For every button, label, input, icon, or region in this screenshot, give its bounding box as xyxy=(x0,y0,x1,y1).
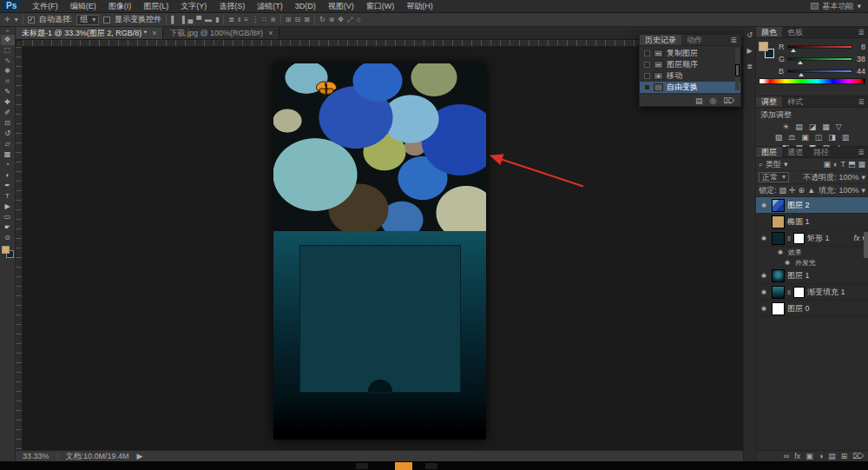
layers-scrollbar[interactable] xyxy=(864,232,868,258)
menu-window[interactable]: 窗口(W) xyxy=(360,0,401,13)
layer-style-icon[interactable]: fx xyxy=(794,452,800,460)
green-value[interactable]: 38 xyxy=(855,55,865,63)
tab-layers[interactable]: 图层 xyxy=(756,147,782,157)
menu-3d[interactable]: 3D(D) xyxy=(289,0,322,13)
mask-link-icon[interactable]: 8 xyxy=(787,235,791,242)
lock-position-icon[interactable]: ✛ xyxy=(789,186,796,195)
vibrance-icon[interactable]: ▽ xyxy=(836,122,842,132)
align-center-icon[interactable]: ▐ xyxy=(180,15,185,25)
tool-preset-caret-icon[interactable]: ▾ xyxy=(15,15,18,25)
layer-row[interactable]: ◉ 图层 0 xyxy=(756,301,868,317)
history-step-selected[interactable]: ⬚ 自由变换 xyxy=(640,82,740,93)
layer-name[interactable]: 图层 2 xyxy=(787,200,810,211)
layer-name[interactable]: 椭圆 1 xyxy=(787,216,810,228)
taskbar-item[interactable] xyxy=(356,463,368,469)
distribute-icon[interactable]: ≡ xyxy=(244,15,248,25)
layer-name[interactable]: 图层 0 xyxy=(787,303,810,314)
delete-layer-icon[interactable]: ⌦ xyxy=(852,452,864,460)
align-right-icon[interactable]: ▄ xyxy=(188,15,194,25)
filter-type-label[interactable]: 类型 xyxy=(766,159,781,170)
auto-select-checkbox[interactable]: ✓ xyxy=(28,17,35,23)
history-step[interactable]: ▭ 复制图层 xyxy=(640,48,740,59)
layer-name[interactable]: 矩形 1 xyxy=(807,233,830,244)
filter-caret-icon[interactable]: ▾ xyxy=(784,160,788,169)
status-more-icon[interactable]: ▶ xyxy=(137,452,143,460)
tool-dodge[interactable]: ◖ xyxy=(1,170,15,181)
panel-menu-icon[interactable]: ≣ xyxy=(727,35,740,45)
panel-menu-icon[interactable]: ≣ xyxy=(854,96,868,107)
history-step[interactable]: ▭ 图层顺序 xyxy=(640,59,740,70)
auto-align-icon[interactable]: ⊠ xyxy=(304,15,310,25)
menu-select[interactable]: 选择(S) xyxy=(213,0,251,13)
visibility-eye-icon[interactable]: ◉ xyxy=(759,305,769,312)
tool-pen[interactable]: ✒ xyxy=(1,181,15,191)
align-bottom-icon[interactable]: ▮ xyxy=(215,15,219,25)
red-value[interactable]: 8 xyxy=(855,43,865,51)
visibility-eye-icon[interactable]: ◉ xyxy=(782,259,792,266)
outer-glow-row[interactable]: ◉ 外发光 xyxy=(756,257,868,268)
history-source-checkbox[interactable] xyxy=(644,73,650,79)
tool-marquee[interactable]: ⬚ xyxy=(1,45,15,56)
auto-select-dropdown[interactable]: 组 ▾ xyxy=(76,15,99,25)
levels-icon[interactable]: ▤ xyxy=(795,122,803,132)
close-icon[interactable]: × xyxy=(152,29,156,37)
tab-swatches[interactable]: 色板 xyxy=(782,27,808,37)
tool-hand[interactable]: ☛ xyxy=(1,222,15,233)
filter-adjustment-icon[interactable]: ◐ xyxy=(833,160,838,169)
tool-crop[interactable]: ⌗ xyxy=(1,76,15,87)
tab-styles[interactable]: 样式 xyxy=(782,96,808,107)
history-scrollbar[interactable] xyxy=(735,49,740,90)
tool-lasso[interactable]: ∿ xyxy=(1,56,15,66)
tool-brush[interactable]: ✐ xyxy=(1,108,15,118)
new-layer-icon[interactable]: ⊞ xyxy=(841,452,848,460)
photo-filter-icon[interactable]: ◫ xyxy=(815,132,823,142)
red-slider[interactable] xyxy=(787,45,852,49)
tool-gradient[interactable]: ▩ xyxy=(1,149,15,160)
new-group-icon[interactable]: ▤ xyxy=(828,452,836,460)
layer-thumbnail[interactable] xyxy=(772,286,785,299)
menu-filter[interactable]: 滤镜(T) xyxy=(251,0,289,13)
align-middle-icon[interactable]: ▬ xyxy=(205,15,212,25)
fill-caret-icon[interactable]: ▾ xyxy=(861,186,865,195)
distribute-icon[interactable]: ⋮ xyxy=(252,15,259,25)
blue-value[interactable]: 44 xyxy=(855,67,865,76)
layer-row[interactable]: ◉ 8 渐变填充 1 xyxy=(756,284,868,301)
slider-handle[interactable] xyxy=(791,49,796,52)
add-mask-icon[interactable]: ▣ xyxy=(806,452,813,460)
layer-row[interactable]: 椭圆 1 xyxy=(756,214,868,230)
layer-thumbnail[interactable] xyxy=(772,215,785,228)
document-tab[interactable]: 下载.jpg @ 100%(RGB/8#) × xyxy=(163,27,279,39)
filter-shape-icon[interactable]: ⬒ xyxy=(848,160,856,169)
color-lookup-icon[interactable]: ▥ xyxy=(842,132,850,142)
align-top-icon[interactable]: ▀ xyxy=(196,15,201,25)
fill-value[interactable]: 100% xyxy=(838,186,858,195)
color-swatches[interactable] xyxy=(2,246,14,258)
tool-healing-brush[interactable]: ✚ xyxy=(1,97,15,108)
align-left-icon[interactable]: ▌ xyxy=(171,15,176,25)
show-transform-checkbox[interactable] xyxy=(103,17,110,23)
mask-link-icon[interactable]: 8 xyxy=(787,289,791,295)
tab-adjustments[interactable]: 调整 xyxy=(756,96,782,107)
tool-rectangle[interactable]: ▭ xyxy=(1,212,15,222)
menu-edit[interactable]: 编辑(E) xyxy=(64,0,102,13)
history-source-checkbox[interactable] xyxy=(644,84,650,90)
visibility-eye-icon[interactable]: ◉ xyxy=(759,202,769,209)
panel-menu-icon[interactable]: ≣ xyxy=(854,147,868,157)
properties-panel-icon[interactable]: ≣ xyxy=(746,63,753,70)
mode-icon[interactable]: ↻ xyxy=(319,15,326,25)
tab-color[interactable]: 颜色 xyxy=(756,27,782,37)
foreground-color-swatch[interactable] xyxy=(2,246,10,254)
tool-move[interactable]: ✥ xyxy=(1,35,15,45)
tool-clone-stamp[interactable]: ⊡ xyxy=(1,118,15,129)
mode-icon[interactable]: ✥ xyxy=(338,15,344,25)
visibility-eye-icon[interactable]: ◉ xyxy=(759,288,769,295)
distribute-icon[interactable]: ≋ xyxy=(270,15,276,25)
tool-zoom[interactable]: ⊙ xyxy=(1,233,15,243)
filter-smart-icon[interactable]: ▦ xyxy=(858,160,865,169)
taskbar-item-active[interactable] xyxy=(395,462,412,470)
blue-slider[interactable] xyxy=(787,70,852,73)
opacity-caret-icon[interactable]: ▾ xyxy=(861,173,865,182)
layer-thumbnail[interactable] xyxy=(772,302,785,315)
layer-thumbnail[interactable] xyxy=(772,232,785,245)
menu-help[interactable]: 帮助(H) xyxy=(400,0,439,13)
